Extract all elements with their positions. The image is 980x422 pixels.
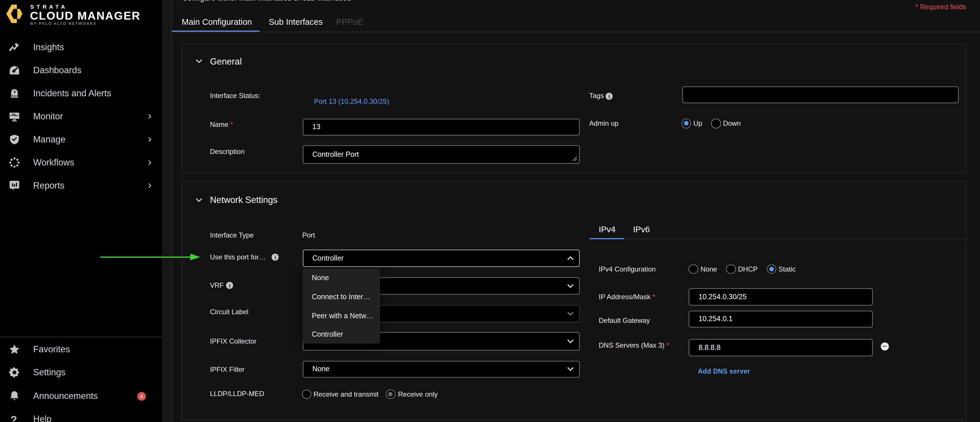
svg-text:i: i: [229, 282, 231, 288]
svg-text:i: i: [609, 93, 610, 99]
svg-text:i: i: [274, 254, 276, 260]
